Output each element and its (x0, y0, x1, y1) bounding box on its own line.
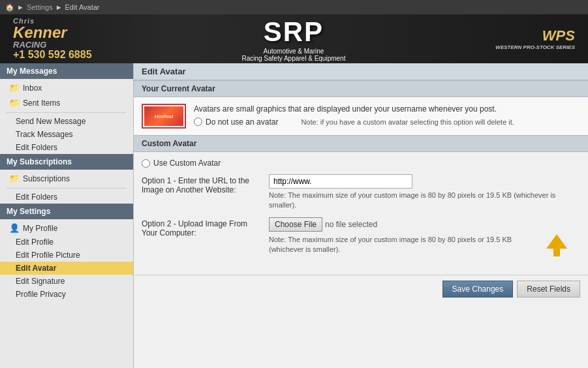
content-header: Edit Avatar (134, 63, 588, 80)
current-avatar-header: Your Current Avatar (134, 80, 588, 97)
sidebar-item-edit-profile-picture[interactable]: Edit Profile Picture (0, 249, 133, 262)
file-upload-row: Choose File no file selected (269, 217, 580, 232)
my-messages-header: My Messages (0, 63, 133, 79)
breadcrumb: 🏠 ► Settings ► Edit Avatar (5, 3, 100, 12)
divider1 (7, 112, 127, 113)
sent-label: Sent Items (23, 99, 60, 108)
my-settings-header: My Settings (0, 204, 133, 219)
my-profile-label: My Profile (23, 224, 57, 233)
option1-label: Option 1 - Enter the URL to the Image on… (142, 174, 262, 194)
sidebar-item-track-messages[interactable]: Track Messages (0, 128, 133, 141)
sidebar-item-profile-privacy[interactable]: Profile Privacy (0, 288, 133, 301)
sidebar-item-edit-folders[interactable]: Edit Folders (0, 141, 133, 154)
current-avatar-section: HotRod Avatars are small graphics that a… (134, 97, 588, 135)
option2-field: Choose File no file selected Note: The m… (269, 217, 580, 256)
my-subscriptions-header: My Subscriptions (0, 154, 133, 170)
banner-wps: WPS WESTERN PRO-STOCK SERIES (495, 27, 575, 50)
folder-icon-sent: 📁 (9, 98, 20, 108)
my-subscriptions-section: My Subscriptions 📁 Subscriptions Edit Fo… (0, 154, 133, 204)
do-not-use-row: Do not use an avatar Note: if you have a… (194, 117, 580, 127)
banner: Chris Kenner RACING +1 530 592 6885 SRP … (0, 14, 588, 63)
custom-avatar-section: Use Custom Avatar Option 1 - Enter the U… (134, 152, 588, 269)
content-body: Your Current Avatar HotRod Avatars are s… (134, 80, 588, 303)
use-custom-label: Use Custom Avatar (153, 159, 221, 168)
folder-icon-sub: 📁 (9, 174, 20, 183)
option1-row: Option 1 - Enter the URL to the Image on… (142, 174, 580, 211)
my-settings-section: My Settings 👤 My Profile Edit Profile Ed… (0, 204, 133, 301)
content-area: Edit Avatar Your Current Avatar HotRod A… (134, 63, 588, 368)
divider2 (7, 188, 127, 189)
option1-field: Note: The maximum size of your custom im… (269, 174, 580, 211)
option2-note: Note: The maximum size of your custom im… (269, 235, 540, 255)
banner-kenner: Chris Kenner RACING (13, 18, 67, 49)
footer-buttons: Save Changes Reset Fields (134, 275, 588, 303)
sidebar-item-edit-folders2[interactable]: Edit Folders (0, 191, 133, 204)
option2-row: Option 2 - Upload Image From Your Comput… (142, 217, 580, 256)
sidebar-item-sent[interactable]: 📁 Sent Items (0, 95, 133, 110)
banner-phone: +1 530 592 6885 (13, 49, 92, 61)
inbox-label: Inbox (23, 84, 42, 93)
sidebar-item-send-message[interactable]: Send New Message (0, 115, 133, 128)
person-icon: 👤 (9, 223, 20, 233)
no-avatar-label: Do not use an avatar (206, 117, 278, 127)
use-custom-row: Use Custom Avatar (142, 159, 580, 168)
option2-label: Option 2 - Upload Image From Your Comput… (142, 217, 262, 238)
choose-file-button[interactable]: Choose File (269, 217, 322, 232)
main-layout: My Messages 📁 Inbox 📁 Sent Items Send Ne… (0, 63, 588, 368)
custom-avatar-header: Custom Avatar (134, 135, 588, 152)
breadcrumb-sep: ► (17, 3, 24, 11)
option1-note: Note: The maximum size of your custom im… (269, 191, 580, 211)
sidebar-item-inbox[interactable]: 📁 Inbox (0, 80, 133, 95)
folder-icon: 📁 (9, 83, 20, 93)
use-custom-radio[interactable] (142, 159, 150, 168)
sidebar-item-edit-profile[interactable]: Edit Profile (0, 236, 133, 249)
save-changes-button[interactable]: Save Changes (442, 281, 514, 298)
avatar-desc: Avatars are small graphics that are disp… (194, 104, 580, 115)
do-not-use-note: Note: if you have a custom avatar select… (301, 118, 514, 126)
avatar-info: Avatars are small graphics that are disp… (194, 104, 580, 127)
avatar-image-box: HotRod (142, 104, 186, 129)
home-icon[interactable]: 🏠 (5, 3, 14, 12)
my-messages-section: My Messages 📁 Inbox 📁 Sent Items Send Ne… (0, 63, 133, 154)
sidebar-item-my-profile[interactable]: 👤 My Profile (0, 221, 133, 236)
current-page-label: Edit Avatar (65, 3, 100, 11)
arrow-indicator (546, 234, 567, 256)
banner-srp: SRP Automotive & Marine Racing Safety Ap… (241, 16, 345, 62)
reset-fields-button[interactable]: Reset Fields (517, 281, 580, 298)
subscriptions-label: Subscriptions (23, 174, 70, 183)
url-input[interactable] (269, 174, 412, 189)
no-file-text: no file selected (325, 220, 377, 229)
no-avatar-radio[interactable] (194, 117, 202, 126)
top-nav: 🏠 ► Settings ► Edit Avatar (0, 0, 588, 14)
sidebar-item-edit-signature[interactable]: Edit Signature (0, 275, 133, 288)
avatar-placeholder: HotRod (144, 106, 183, 126)
sidebar-item-subscriptions[interactable]: 📁 Subscriptions (0, 171, 133, 186)
sidebar: My Messages 📁 Inbox 📁 Sent Items Send Ne… (0, 63, 134, 368)
settings-link[interactable]: Settings (27, 3, 53, 11)
breadcrumb-sep2: ► (55, 3, 63, 11)
sidebar-item-edit-avatar[interactable]: Edit Avatar (0, 262, 133, 275)
